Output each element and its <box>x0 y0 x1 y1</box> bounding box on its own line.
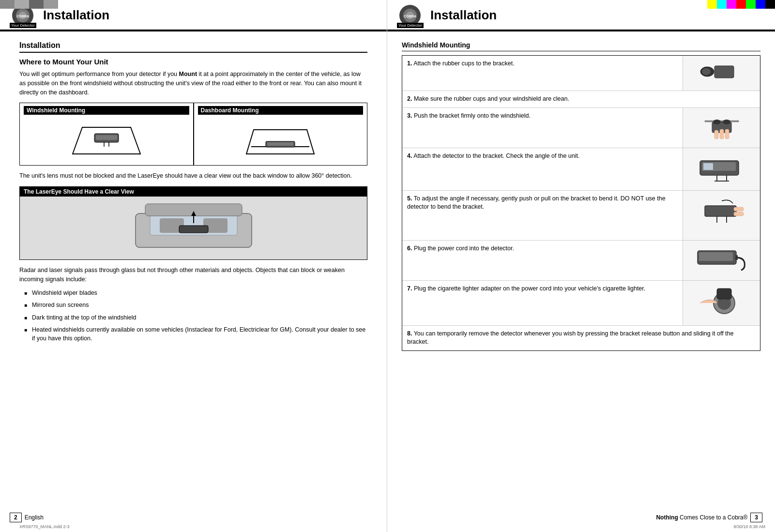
left-page-footer: 2 English <box>0 513 387 522</box>
section-title: Installation <box>19 41 367 53</box>
steps-table: 1. Attach the rubber cups to the bracket… <box>402 55 760 351</box>
svg-text:COBRA: COBRA <box>16 15 29 18</box>
bullet-item-4: Heated windshields currently available o… <box>24 326 367 343</box>
right-page-footer: Nothing Comes Close to a Cobra® 3 <box>387 513 775 522</box>
left-page: COBRA Your Detector Installation Install… <box>0 0 387 532</box>
svg-rect-46 <box>734 207 744 211</box>
cal-bar <box>0 0 15 9</box>
svg-rect-36 <box>725 129 729 139</box>
step-row-4: 4. Attach the detector to the bracket. C… <box>402 148 760 191</box>
right-your-detector-label: Your Detector <box>397 23 424 28</box>
page-wrapper: COBRA Your Detector Installation Install… <box>0 0 775 532</box>
step-5-svg <box>690 194 753 237</box>
step-row-7: 7. Plug the cigarette lighter adapter on… <box>402 281 760 326</box>
svg-rect-20 <box>179 226 208 233</box>
step-row-1: 1. Attach the rubber cups to the bracket… <box>402 56 760 91</box>
clear-view-illustration <box>20 197 367 259</box>
svg-rect-43 <box>705 206 736 216</box>
windshield-mount-label: Windshield Mounting <box>24 106 189 115</box>
svg-rect-27 <box>714 66 734 78</box>
dashboard-mount-panel: Dashboard Mounting <box>194 103 367 165</box>
step-5-image <box>683 191 760 240</box>
body-text-3: Radar and laser signals pass through gla… <box>19 266 367 284</box>
cal-bar-yellow <box>707 0 717 9</box>
header-divider <box>0 30 387 30</box>
step-6-text: 6. Plug the power cord into the detector… <box>402 241 683 280</box>
windshield-mount-svg <box>68 120 145 156</box>
svg-rect-35 <box>720 129 724 139</box>
step-row-5: 5. To adjust the angle if necessary, gen… <box>402 191 760 241</box>
body-text-2: The unit's lens must not be blocked and … <box>19 171 367 181</box>
svg-point-32 <box>713 120 721 124</box>
windshield-mount-panel: Windshield Mounting <box>20 103 194 165</box>
cal-bar <box>44 0 58 9</box>
step-4-image <box>683 148 760 190</box>
left-page-title: Installation <box>43 8 109 23</box>
step-1-text: 1. Attach the rubber cups to the bracket… <box>402 56 683 91</box>
subsection-title: Where to Mount Your Unit <box>19 58 367 66</box>
svg-rect-50 <box>735 255 738 260</box>
bullet-item-2: Mirrored sun screens <box>24 301 367 310</box>
step-1-image <box>683 56 760 91</box>
svg-rect-49 <box>699 252 733 261</box>
step-4-svg <box>690 151 753 187</box>
svg-rect-39 <box>703 163 713 170</box>
cal-bar <box>15 0 29 9</box>
svg-rect-14 <box>267 142 293 146</box>
footer-tagline: Nothing Comes Close to a Cobra® <box>656 514 747 521</box>
clear-view-svg <box>116 199 271 257</box>
step-row-6: 6. Plug the power cord into the detector… <box>402 241 760 281</box>
right-page-title: Installation <box>430 8 497 23</box>
right-footer-tagline-area: Nothing Comes Close to a Cobra® 3 <box>656 513 765 522</box>
step-7-image <box>683 281 760 325</box>
windshield-section-title: Windshield Mounting <box>402 41 760 51</box>
body-text-1: You will get optimum performance from yo… <box>19 70 367 97</box>
step-3-image <box>683 108 760 148</box>
right-page-number: 3 <box>750 513 762 522</box>
right-header-divider <box>387 30 775 30</box>
right-page: COBRA Your Detector Installation Windshi… <box>387 0 775 532</box>
step-row-2: 2. Make sure the rubber cups and your wi… <box>402 91 760 108</box>
right-content: Windshield Mounting 1. Attach the rubber… <box>387 31 775 361</box>
svg-rect-47 <box>734 212 744 216</box>
color-bars-left <box>0 0 58 9</box>
mounting-diagram: Windshield Mounting <box>19 103 367 166</box>
right-header-icon-area: COBRA Your Detector <box>397 4 424 27</box>
step-7-text: 7. Plug the cigarette lighter adapter on… <box>402 281 683 325</box>
step-6-image <box>683 241 760 280</box>
step-4-text: 4. Attach the detector to the bracket. C… <box>402 148 683 190</box>
dashboard-mount-illustration <box>198 118 364 159</box>
left-footer-lang: English <box>25 514 44 521</box>
svg-text:COBRA: COBRA <box>404 15 416 18</box>
clear-view-title: The LaserEye Should Have a Clear View <box>20 187 367 197</box>
printer-file-info: XRS9770_MANL.indd 2-3 <box>19 524 70 529</box>
step-5-text: 5. To adjust the angle if necessary, gen… <box>402 191 683 240</box>
cal-bar-green <box>746 0 756 9</box>
your-detector-label: Your Detector <box>10 23 36 28</box>
cal-bar-magenta <box>727 0 736 9</box>
left-page-number: 2 <box>10 513 22 522</box>
step-row-3: 3. Push the bracket firmly onto the wind… <box>402 108 760 148</box>
svg-rect-53 <box>717 289 731 299</box>
dashboard-mount-label: Dashboard Mounting <box>198 106 364 115</box>
bullet-item-1: Windshield wiper blades <box>24 289 367 298</box>
svg-rect-7 <box>96 135 117 140</box>
svg-point-29 <box>702 68 711 75</box>
cal-bar-red <box>736 0 746 9</box>
left-content: Installation Where to Mount Your Unit Yo… <box>0 31 387 356</box>
bullet-item-3: Dark tinting at the top of the windshiel… <box>24 314 367 322</box>
step-row-8: 8. You can temporarily remove the detect… <box>402 326 760 350</box>
bullet-list: Windshield wiper blades Mirrored sun scr… <box>24 289 367 343</box>
step-1-svg <box>690 59 753 88</box>
dashboard-mount-svg <box>242 120 319 156</box>
step-3-text: 3. Push the bracket firmly onto the wind… <box>402 108 683 148</box>
cal-bar-black <box>765 0 775 9</box>
color-bars-right <box>707 0 775 9</box>
svg-rect-34 <box>714 130 718 139</box>
windshield-mount-illustration <box>24 118 189 159</box>
print-time: 8/30/10 8:38 AM <box>733 524 765 529</box>
step-7-svg <box>690 284 753 322</box>
step-3-svg <box>690 111 753 145</box>
step-6-svg <box>690 243 753 277</box>
cal-bar <box>29 0 44 9</box>
